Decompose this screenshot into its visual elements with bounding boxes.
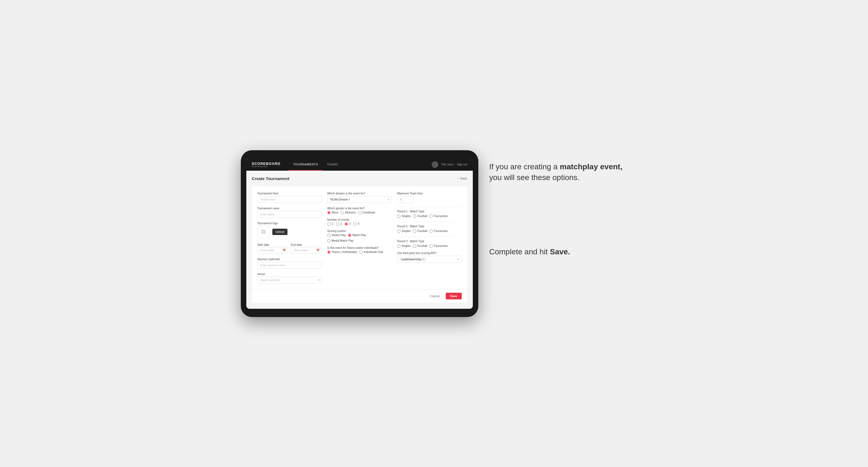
sponsor-label: Sponsor (optional) xyxy=(257,258,322,261)
scoring-medal-radio[interactable] xyxy=(327,239,331,243)
round1-radio-group: Singles Fourball Foursomes xyxy=(397,215,462,218)
date-group: Start date 📅 End date xyxy=(257,242,322,254)
round-4-radio[interactable] xyxy=(353,222,357,226)
round-1[interactable]: 1 xyxy=(327,222,333,226)
api-dropdown-icon: ▾ xyxy=(458,258,459,261)
individuals-option[interactable]: Individuals Only xyxy=(359,250,383,254)
round2-match-type-section: Round 2 - Match Type Singles Fourball xyxy=(397,222,462,233)
round3-singles[interactable]: Singles xyxy=(397,244,411,248)
venue-input[interactable] xyxy=(257,277,322,284)
round1-foursomes-radio[interactable] xyxy=(429,215,433,218)
end-date-input[interactable] xyxy=(291,247,322,254)
round1-fourball-radio[interactable] xyxy=(413,215,416,218)
round1-fourball[interactable]: Fourball xyxy=(413,215,427,218)
round3-match-type-section: Round 3 - Match Type Singles Fourball xyxy=(397,237,462,248)
round2-foursomes-radio[interactable] xyxy=(429,229,433,233)
round-3[interactable]: 3 xyxy=(345,222,351,226)
round2-fourball[interactable]: Fourball xyxy=(413,229,427,233)
round1-singles-radio[interactable] xyxy=(397,215,400,218)
scoring-stroke-radio[interactable] xyxy=(327,234,331,237)
division-select[interactable]: NCAA Division I xyxy=(327,196,392,203)
logo-upload-area: 🖼 Upload xyxy=(257,226,322,238)
annotation-top-text: If you are creating a matchplay event, y… xyxy=(489,161,627,183)
annotation-bottom-text: Complete and hit Save. xyxy=(489,246,627,257)
page-header: Create Tournament ← Back xyxy=(252,176,467,181)
round3-foursomes-radio[interactable] xyxy=(429,244,433,248)
back-link[interactable]: ← Back xyxy=(457,177,467,180)
round3-fourball[interactable]: Fourball xyxy=(413,244,427,248)
sign-out-link[interactable]: Sign out xyxy=(457,163,467,166)
image-icon: 🖼 xyxy=(261,229,266,235)
gender-combined[interactable]: Combined xyxy=(358,211,375,214)
gender-womens[interactable]: Womens xyxy=(341,211,356,214)
gender-combined-radio[interactable] xyxy=(358,211,362,214)
gender-mens-radio[interactable] xyxy=(327,211,331,214)
round3-foursomes[interactable]: Foursomes xyxy=(429,244,448,248)
tab-tournaments[interactable]: TOURNAMENTS xyxy=(288,158,322,171)
brand-name: SCOREBOARD xyxy=(252,162,281,165)
round-1-radio[interactable] xyxy=(327,222,331,226)
api-label: Use third-party live scoring API? xyxy=(397,252,462,255)
round-2-radio[interactable] xyxy=(336,222,339,226)
gender-group: Which gender is the event for? Mens Wome… xyxy=(327,207,392,214)
scoring-match[interactable]: Match Play xyxy=(348,234,366,237)
gender-label: Which gender is the event for? xyxy=(327,207,392,210)
navbar-right: Test User | Sign out xyxy=(432,161,467,168)
tournament-host-input[interactable] xyxy=(257,196,322,203)
api-select-wrapper[interactable]: Leaderboard King ✕ ▾ xyxy=(397,256,462,263)
tab-teams[interactable]: TEAMS xyxy=(322,158,342,171)
round1-foursomes[interactable]: Foursomes xyxy=(429,215,448,218)
round2-fourball-radio[interactable] xyxy=(413,229,416,233)
teams-individuals-radio[interactable] xyxy=(359,250,363,254)
gender-womens-radio[interactable] xyxy=(341,211,344,214)
tournament-name-input[interactable] xyxy=(257,211,322,218)
round2-singles[interactable]: Singles xyxy=(397,229,411,233)
teams-teams-radio[interactable] xyxy=(327,250,331,254)
form-footer: Cancel Save xyxy=(252,289,467,303)
start-date-input[interactable] xyxy=(257,247,288,254)
gender-mens[interactable]: Mens xyxy=(327,211,338,214)
upload-button[interactable]: Upload xyxy=(272,229,288,235)
navbar: SCOREBOARD Powered by clippit TOURNAMENT… xyxy=(246,158,473,171)
round2-singles-radio[interactable] xyxy=(397,229,400,233)
user-avatar xyxy=(432,161,438,168)
nav-tabs: TOURNAMENTS TEAMS xyxy=(288,158,342,171)
scoring-stroke[interactable]: Stroke Play xyxy=(327,234,346,237)
form-layout: Tournament Host Tournament name Tourname… xyxy=(252,186,467,289)
tablet-screen: SCOREBOARD Powered by clippit TOURNAMENT… xyxy=(246,158,473,309)
scoring-match-radio[interactable] xyxy=(348,234,351,237)
api-tag: Leaderboard King ✕ xyxy=(400,257,426,261)
round-4[interactable]: 4 xyxy=(353,222,360,226)
round3-label: Round 3 - Match Type xyxy=(397,240,462,243)
tournament-logo-group: Tournament logo 🖼 Upload xyxy=(257,222,322,238)
round2-radio-group: Singles Fourball Foursomes xyxy=(397,229,462,233)
end-date-label: End date xyxy=(291,243,302,246)
max-team-size-input[interactable] xyxy=(397,196,414,203)
round3-fourball-radio[interactable] xyxy=(413,244,416,248)
round-3-radio[interactable] xyxy=(345,222,348,226)
round2-foursomes[interactable]: Foursomes xyxy=(429,229,448,233)
scoring-radio-group: Stroke Play Match Play Medal Match Play xyxy=(327,234,392,243)
round1-singles[interactable]: Singles xyxy=(397,215,411,218)
save-button[interactable]: Save xyxy=(446,293,462,299)
max-team-size-group: Maximum Team Size xyxy=(397,192,462,203)
round3-singles-radio[interactable] xyxy=(397,244,400,248)
main-content: Create Tournament ← Back Tournament Host… xyxy=(246,171,473,309)
date-row: Start date 📅 End date xyxy=(257,242,322,254)
rounds-radio-group: 1 2 3 xyxy=(327,222,392,226)
rounds-label: Number of rounds xyxy=(327,218,392,221)
teams-option[interactable]: Teams (+Individuals) xyxy=(327,250,357,254)
api-close-icon[interactable]: ✕ xyxy=(422,258,425,261)
start-date-group: Start date 📅 xyxy=(257,242,288,254)
venue-label: Venue xyxy=(257,273,322,276)
scoring-medal[interactable]: Medal Match Play xyxy=(327,239,353,243)
division-group: Which division is the event for? NCAA Di… xyxy=(327,192,392,203)
cancel-button[interactable]: Cancel xyxy=(427,293,443,299)
venue-select-wrapper xyxy=(257,277,322,284)
brand-logo: SCOREBOARD Powered by clippit xyxy=(252,162,281,167)
tournament-logo-label: Tournament logo xyxy=(257,222,322,225)
annotation-panel: If you are creating a matchplay event, y… xyxy=(489,150,627,257)
round-2[interactable]: 2 xyxy=(336,222,342,226)
sponsor-input[interactable] xyxy=(257,262,322,269)
end-date-wrapper: 📅 xyxy=(291,247,322,254)
